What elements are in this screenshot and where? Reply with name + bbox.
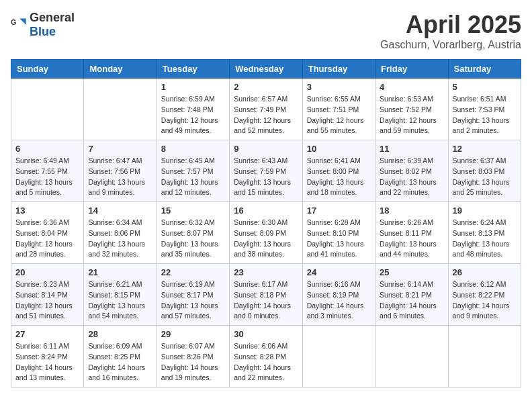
day-number: 1 [161,82,225,92]
calendar-cell: 4Sunrise: 6:53 AM Sunset: 7:52 PM Daylig… [375,79,448,140]
day-info: Sunrise: 6:12 AM Sunset: 8:22 PM Dayligh… [453,279,517,322]
day-info: Sunrise: 6:09 AM Sunset: 8:25 PM Dayligh… [88,341,152,383]
calendar-cell: 12Sunrise: 6:37 AM Sunset: 8:03 PM Dayli… [448,140,521,202]
logo: G General Blue [11,11,75,39]
calendar-cell: 20Sunrise: 6:23 AM Sunset: 8:14 PM Dayli… [11,264,84,326]
day-info: Sunrise: 6:34 AM Sunset: 8:06 PM Dayligh… [88,218,152,260]
calendar-cell: 3Sunrise: 6:55 AM Sunset: 7:51 PM Daylig… [302,79,375,140]
calendar-cell: 1Sunrise: 6:59 AM Sunset: 7:48 PM Daylig… [157,79,229,140]
day-info: Sunrise: 6:32 AM Sunset: 8:07 PM Dayligh… [161,218,225,260]
header: G General Blue April 2025 Gaschurn, Vora… [11,11,521,51]
day-number: 15 [161,205,225,216]
location-title: Gaschurn, Vorarlberg, Austria [380,39,521,51]
logo-icon: G [11,17,27,33]
day-number: 14 [88,205,152,216]
logo-blue: Blue [30,25,56,38]
day-number: 5 [453,82,517,92]
calendar-cell: 13Sunrise: 6:36 AM Sunset: 8:04 PM Dayli… [11,202,84,264]
calendar-header-row: SundayMondayTuesdayWednesdayThursdayFrid… [11,60,521,79]
day-number: 11 [380,144,443,154]
day-header-friday: Friday [375,60,448,79]
day-number: 30 [234,329,298,339]
calendar-week-row: 27Sunrise: 6:11 AM Sunset: 8:24 PM Dayli… [11,326,521,387]
day-number: 17 [307,205,371,216]
day-number: 28 [88,329,152,339]
day-info: Sunrise: 6:57 AM Sunset: 7:49 PM Dayligh… [234,94,298,136]
calendar-cell [448,326,521,387]
day-header-wednesday: Wednesday [230,60,302,79]
calendar-cell: 9Sunrise: 6:43 AM Sunset: 7:59 PM Daylig… [230,140,302,202]
day-header-monday: Monday [84,60,157,79]
svg-text:G: G [11,18,16,26]
calendar-cell: 29Sunrise: 6:07 AM Sunset: 8:26 PM Dayli… [157,326,229,387]
calendar-cell: 27Sunrise: 6:11 AM Sunset: 8:24 PM Dayli… [11,326,84,387]
calendar-week-row: 6Sunrise: 6:49 AM Sunset: 7:55 PM Daylig… [11,140,521,202]
day-number: 25 [380,267,443,277]
day-number: 3 [307,82,371,92]
day-number: 24 [307,267,371,277]
day-number: 9 [234,144,298,154]
day-number: 7 [88,144,152,154]
calendar-cell: 21Sunrise: 6:21 AM Sunset: 8:15 PM Dayli… [84,264,157,326]
day-number: 8 [161,144,225,154]
calendar-cell: 26Sunrise: 6:12 AM Sunset: 8:22 PM Dayli… [448,264,521,326]
day-info: Sunrise: 6:49 AM Sunset: 7:55 PM Dayligh… [15,156,79,198]
calendar-cell: 28Sunrise: 6:09 AM Sunset: 8:25 PM Dayli… [84,326,157,387]
day-info: Sunrise: 6:21 AM Sunset: 8:15 PM Dayligh… [88,279,152,322]
day-info: Sunrise: 6:45 AM Sunset: 7:57 PM Dayligh… [161,156,225,198]
calendar-cell: 2Sunrise: 6:57 AM Sunset: 7:49 PM Daylig… [230,79,302,140]
day-number: 26 [453,267,517,277]
day-number: 4 [380,82,443,92]
day-number: 12 [453,144,517,154]
day-info: Sunrise: 6:37 AM Sunset: 8:03 PM Dayligh… [453,156,517,198]
day-info: Sunrise: 6:36 AM Sunset: 8:04 PM Dayligh… [15,218,79,260]
day-number: 10 [307,144,371,154]
day-header-sunday: Sunday [11,60,84,79]
calendar-cell [84,79,157,140]
calendar-cell: 18Sunrise: 6:26 AM Sunset: 8:11 PM Dayli… [375,202,448,264]
month-title: April 2025 [380,11,521,39]
day-number: 13 [15,205,79,216]
day-info: Sunrise: 6:43 AM Sunset: 7:59 PM Dayligh… [234,156,298,198]
calendar-cell: 22Sunrise: 6:19 AM Sunset: 8:17 PM Dayli… [157,264,229,326]
calendar-cell: 11Sunrise: 6:39 AM Sunset: 8:02 PM Dayli… [375,140,448,202]
svg-marker-1 [19,18,26,25]
title-area: April 2025 Gaschurn, Vorarlberg, Austria [380,11,521,51]
calendar-cell: 23Sunrise: 6:17 AM Sunset: 8:18 PM Dayli… [230,264,302,326]
day-info: Sunrise: 6:11 AM Sunset: 8:24 PM Dayligh… [15,341,79,383]
calendar-cell: 24Sunrise: 6:16 AM Sunset: 8:19 PM Dayli… [302,264,375,326]
day-info: Sunrise: 6:07 AM Sunset: 8:26 PM Dayligh… [161,341,225,383]
day-header-thursday: Thursday [302,60,375,79]
calendar-cell: 15Sunrise: 6:32 AM Sunset: 8:07 PM Dayli… [157,202,229,264]
logo-general: General [30,11,75,24]
calendar-cell: 14Sunrise: 6:34 AM Sunset: 8:06 PM Dayli… [84,202,157,264]
day-number: 27 [15,329,79,339]
calendar-cell [302,326,375,387]
calendar-cell: 5Sunrise: 6:51 AM Sunset: 7:53 PM Daylig… [448,79,521,140]
day-number: 23 [234,267,298,277]
calendar-week-row: 1Sunrise: 6:59 AM Sunset: 7:48 PM Daylig… [11,79,521,140]
day-header-saturday: Saturday [448,60,521,79]
day-info: Sunrise: 6:14 AM Sunset: 8:21 PM Dayligh… [380,279,443,322]
calendar-cell: 30Sunrise: 6:06 AM Sunset: 8:28 PM Dayli… [230,326,302,387]
calendar-cell: 7Sunrise: 6:47 AM Sunset: 7:56 PM Daylig… [84,140,157,202]
day-number: 21 [88,267,152,277]
day-info: Sunrise: 6:23 AM Sunset: 8:14 PM Dayligh… [15,279,79,322]
calendar-cell: 10Sunrise: 6:41 AM Sunset: 8:00 PM Dayli… [302,140,375,202]
day-number: 16 [234,205,298,216]
day-info: Sunrise: 6:51 AM Sunset: 7:53 PM Dayligh… [453,94,517,136]
calendar-cell [11,79,84,140]
day-number: 6 [15,144,79,154]
calendar-cell: 16Sunrise: 6:30 AM Sunset: 8:09 PM Dayli… [230,202,302,264]
day-info: Sunrise: 6:47 AM Sunset: 7:56 PM Dayligh… [88,156,152,198]
day-number: 29 [161,329,225,339]
day-info: Sunrise: 6:19 AM Sunset: 8:17 PM Dayligh… [161,279,225,322]
day-info: Sunrise: 6:28 AM Sunset: 8:10 PM Dayligh… [307,218,371,260]
calendar-cell: 6Sunrise: 6:49 AM Sunset: 7:55 PM Daylig… [11,140,84,202]
day-info: Sunrise: 6:26 AM Sunset: 8:11 PM Dayligh… [380,218,443,260]
day-number: 2 [234,82,298,92]
day-number: 20 [15,267,79,277]
calendar-week-row: 13Sunrise: 6:36 AM Sunset: 8:04 PM Dayli… [11,202,521,264]
day-info: Sunrise: 6:55 AM Sunset: 7:51 PM Dayligh… [307,94,371,136]
calendar-cell: 17Sunrise: 6:28 AM Sunset: 8:10 PM Dayli… [302,202,375,264]
